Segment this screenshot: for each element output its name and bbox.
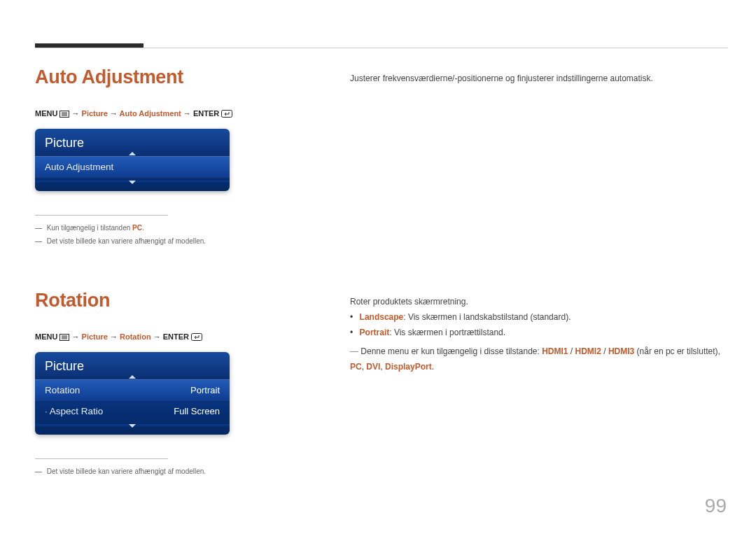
footnote-text: Det viste billede kan variere afhængigt … — [47, 237, 206, 245]
footnote-pc: PC — [132, 224, 142, 232]
footnote-block-1: ― Kun tilgængelig i tilstanden PC. ― Det… — [35, 221, 728, 248]
mode-pc: PC — [350, 362, 362, 372]
osd-title: Picture — [45, 136, 84, 150]
scroll-up-icon — [129, 375, 136, 379]
note-end: . — [432, 362, 434, 372]
breadcrumb-picture: Picture — [82, 109, 108, 118]
bullet-text: : Vis skærmen i landskabstilstand (stand… — [403, 312, 570, 322]
breadcrumb-arrow: → — [110, 332, 120, 341]
footnote-divider — [35, 215, 168, 216]
description-text: Justerer frekvensværdierne/-positionerne… — [350, 73, 653, 83]
mode-displayport: DisplayPort — [385, 362, 432, 372]
footnote-line: ― Det viste billede kan variere afhængig… — [35, 465, 728, 478]
description-auto-adjustment: Justerer frekvensværdierne/-positionerne… — [350, 71, 653, 86]
breadcrumb-auto-adjustment: MENU → Picture → Auto Adjustment → ENTER — [35, 109, 728, 119]
footnote-text: Det viste billede kan variere afhængigt … — [47, 468, 206, 475]
menu-icon — [59, 334, 69, 342]
sep: / — [568, 346, 575, 356]
menu-icon — [59, 111, 69, 119]
bullet-text: : Vis skærmen i portrættilstand. — [389, 328, 505, 337]
scroll-down-wrap — [35, 181, 230, 184]
breadcrumb-menu-label: MENU — [35, 332, 57, 341]
footnote-suffix: . — [142, 224, 144, 232]
breadcrumb-enter-label: ENTER — [193, 109, 219, 118]
footnote-divider — [35, 458, 168, 459]
footnote-block-2: ― Det viste billede kan variere afhængig… — [35, 465, 728, 478]
enter-icon — [191, 333, 202, 342]
footnote-line: ― Det viste billede kan variere afhængig… — [35, 234, 728, 248]
osd-body: Rotation Portrait Aspect Ratio Full Scre… — [35, 379, 230, 435]
dash-icon: ― — [35, 224, 42, 232]
description-rotation: Roter produktets skærmretning. Landscape… — [350, 294, 728, 374]
rotation-bullet-list: Landscape: Vis skærmen i landskabstilsta… — [350, 309, 728, 340]
osd-row-value: Portrait — [190, 385, 220, 395]
dash-icon: ― — [350, 346, 358, 356]
scroll-up-icon — [129, 152, 136, 155]
breadcrumb-menu-label: MENU — [35, 109, 57, 118]
breadcrumb-picture: Picture — [82, 332, 108, 341]
breadcrumb-arrow: → — [110, 109, 120, 118]
breadcrumb-arrow: → — [183, 109, 193, 118]
enter-icon — [221, 110, 232, 119]
breadcrumb-item: Auto Adjustment — [120, 109, 181, 118]
mode-dvi: DVI — [366, 362, 380, 372]
osd-panel-rotation: Picture Rotation Portrait Aspect Ratio F… — [35, 352, 230, 435]
breadcrumb-item: Rotation — [120, 332, 151, 341]
bullet-label-landscape: Landscape — [360, 312, 404, 322]
osd-row-label: Auto Adjustment — [45, 162, 113, 172]
osd-panel-auto-adjustment: Picture Auto Adjustment — [35, 129, 230, 191]
scroll-down-icon — [129, 424, 136, 428]
mode-hdmi2: HDMI2 — [575, 346, 601, 356]
breadcrumb-arrow: → — [72, 332, 82, 341]
list-item: Landscape: Vis skærmen i landskabstilsta… — [360, 309, 728, 325]
scroll-down-wrap — [35, 424, 230, 428]
osd-row-label: Aspect Ratio — [45, 406, 103, 416]
mode-hdmi1: HDMI1 — [542, 346, 568, 356]
osd-body: Auto Adjustment — [35, 156, 230, 191]
footnote-text: Kun tilgængelig i tilstanden — [47, 224, 132, 232]
osd-row-value: Full Screen — [174, 406, 220, 416]
osd-header: Picture — [35, 352, 230, 379]
bullet-label-portrait: Portrait — [360, 328, 390, 337]
list-item: Portrait: Vis skærmen i portrættilstand. — [360, 325, 728, 340]
footnote-line: ― Kun tilgængelig i tilstanden PC. — [35, 221, 728, 234]
header-rule — [35, 48, 728, 48]
dash-icon: ― — [35, 237, 42, 245]
dash-icon: ― — [35, 468, 42, 475]
breadcrumb-arrow: → — [153, 332, 163, 341]
osd-row-rotation[interactable]: Rotation Portrait — [35, 379, 230, 401]
breadcrumb-enter-label: ENTER — [163, 332, 189, 341]
mode-hdmi3: HDMI3 — [608, 346, 634, 356]
page-number: 99 — [705, 495, 727, 517]
osd-row-auto-adjustment[interactable]: Auto Adjustment — [35, 156, 230, 178]
scroll-down-icon — [129, 181, 136, 184]
page-content: Auto Adjustment MENU → Picture → Auto Ad… — [35, 66, 728, 478]
rotation-intro: Roter produktets skærmretning. — [350, 294, 728, 309]
osd-row-aspect-ratio[interactable]: Aspect Ratio Full Screen — [35, 401, 230, 421]
osd-header: Picture — [35, 129, 230, 156]
osd-title: Picture — [45, 359, 84, 373]
sep: / — [601, 346, 608, 356]
note-paren: (når en pc er tilsluttet), — [634, 346, 720, 356]
note-prefix: Denne menu er kun tilgængelig i disse ti… — [360, 346, 542, 356]
breadcrumb-arrow: → — [72, 109, 82, 118]
rotation-note: ― Denne menu er kun tilgængelig i disse … — [350, 344, 728, 374]
osd-row-label: Rotation — [45, 385, 80, 395]
